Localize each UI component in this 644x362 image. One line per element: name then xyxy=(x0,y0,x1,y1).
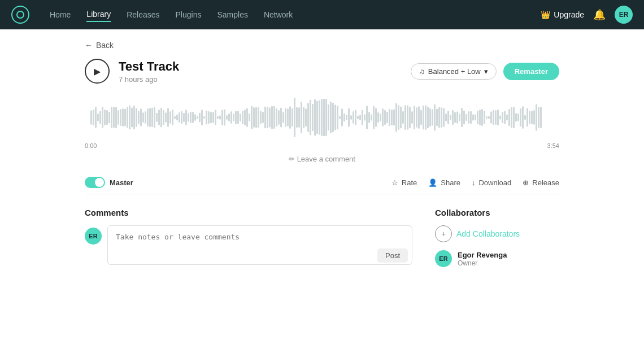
svg-rect-53 xyxy=(210,112,212,123)
collaborator-role: Owner xyxy=(458,259,507,267)
svg-rect-111 xyxy=(341,109,343,127)
svg-rect-41 xyxy=(183,113,185,122)
svg-rect-139 xyxy=(404,105,406,129)
svg-rect-14 xyxy=(122,108,124,127)
svg-rect-146 xyxy=(420,110,422,125)
comment-input-wrap: Post xyxy=(107,225,412,267)
master-toggle-switch[interactable] xyxy=(85,177,105,188)
svg-rect-144 xyxy=(416,107,417,127)
track-title: Test Track xyxy=(119,59,179,74)
svg-rect-91 xyxy=(296,107,298,128)
svg-rect-49 xyxy=(201,110,203,125)
nav-plugins[interactable]: Plugins xyxy=(176,8,202,21)
svg-rect-15 xyxy=(124,109,126,127)
svg-rect-160 xyxy=(452,110,454,125)
logo[interactable] xyxy=(11,6,29,24)
svg-rect-47 xyxy=(197,116,198,119)
svg-rect-85 xyxy=(282,112,284,123)
nav-home[interactable]: Home xyxy=(50,8,71,21)
waveform-times: 0:00 3:54 xyxy=(85,142,559,149)
track-info: ▶ Test Track 7 hours ago xyxy=(85,59,179,84)
svg-rect-167 xyxy=(468,111,469,124)
svg-rect-83 xyxy=(278,110,280,125)
comment-bar[interactable]: ✏ Leave a comment xyxy=(85,151,559,167)
rate-label: Rate xyxy=(402,178,417,187)
comment-input-row: ER Post xyxy=(85,225,412,267)
share-icon: 👤 xyxy=(428,178,437,187)
time-end: 3:54 xyxy=(547,142,559,149)
svg-rect-170 xyxy=(475,115,476,121)
controls-bar: Master ☆ Rate 👤 Share ↓ Download ⊕ Relea… xyxy=(85,171,559,194)
svg-rect-72 xyxy=(253,107,255,128)
svg-rect-195 xyxy=(531,111,533,124)
svg-rect-24 xyxy=(145,111,146,123)
svg-rect-142 xyxy=(411,111,413,124)
svg-rect-109 xyxy=(337,106,338,129)
download-button[interactable]: ↓ Download xyxy=(472,178,511,187)
download-icon: ↓ xyxy=(472,178,476,187)
notification-bell-icon[interactable]: 🔔 xyxy=(593,8,606,21)
toggle-knob xyxy=(95,178,104,187)
quality-selector[interactable]: ♫ Balanced + Low ▾ xyxy=(411,63,497,80)
track-details: Test Track 7 hours ago xyxy=(119,59,179,84)
svg-rect-87 xyxy=(287,108,289,126)
svg-rect-52 xyxy=(208,111,210,124)
svg-rect-122 xyxy=(366,106,368,129)
play-button[interactable]: ▶ xyxy=(85,59,110,84)
svg-rect-61 xyxy=(228,114,230,121)
svg-rect-101 xyxy=(319,101,320,135)
svg-rect-145 xyxy=(418,106,420,129)
svg-rect-75 xyxy=(260,111,262,124)
svg-rect-22 xyxy=(140,108,142,126)
svg-rect-105 xyxy=(328,104,329,131)
svg-rect-191 xyxy=(522,106,524,129)
svg-rect-141 xyxy=(409,107,411,128)
add-collaborator-button[interactable]: + Add Collaborators xyxy=(435,225,559,242)
svg-rect-147 xyxy=(423,106,424,129)
remaster-button[interactable]: Remaster xyxy=(503,63,559,80)
nav-releases[interactable]: Releases xyxy=(127,8,159,21)
svg-rect-51 xyxy=(206,111,207,124)
share-button[interactable]: 👤 Share xyxy=(428,178,460,187)
quality-label: Balanced + Low xyxy=(428,67,481,76)
svg-rect-68 xyxy=(244,110,246,125)
back-button[interactable]: ← Back xyxy=(85,41,559,50)
nav-library[interactable]: Library xyxy=(86,7,111,22)
svg-rect-163 xyxy=(459,114,460,121)
svg-rect-29 xyxy=(156,113,158,122)
svg-rect-127 xyxy=(377,112,379,123)
svg-rect-67 xyxy=(242,111,243,124)
svg-rect-103 xyxy=(323,99,325,137)
svg-rect-31 xyxy=(160,108,162,127)
user-avatar[interactable]: ER xyxy=(615,6,633,24)
svg-rect-133 xyxy=(391,110,393,125)
rate-button[interactable]: ☆ Rate xyxy=(391,178,417,187)
svg-rect-12 xyxy=(118,110,119,125)
waveform-container: 0:00 3:54 ✏ Leave a comment xyxy=(85,95,559,167)
nav-samples[interactable]: Samples xyxy=(217,8,247,21)
main-content: ← Back ▶ Test Track 7 hours ago ♫ Balanc… xyxy=(0,29,644,267)
waveform[interactable] xyxy=(85,95,559,140)
svg-rect-171 xyxy=(477,111,478,124)
svg-rect-60 xyxy=(226,115,228,120)
svg-rect-149 xyxy=(427,107,429,128)
release-button[interactable]: ⊕ Release xyxy=(523,178,559,187)
upgrade-button[interactable]: 👑 Upgrade xyxy=(541,10,584,19)
svg-rect-158 xyxy=(447,111,449,124)
svg-rect-117 xyxy=(355,110,356,125)
nav-network[interactable]: Network xyxy=(264,8,293,21)
svg-rect-97 xyxy=(310,100,311,135)
svg-rect-198 xyxy=(538,107,539,128)
svg-rect-136 xyxy=(398,105,399,129)
post-button[interactable]: Post xyxy=(377,248,408,263)
svg-rect-8 xyxy=(108,112,110,123)
master-toggle: Master xyxy=(85,177,133,188)
comment-input[interactable] xyxy=(107,225,412,265)
svg-rect-181 xyxy=(499,116,501,120)
svg-rect-74 xyxy=(258,107,259,128)
svg-rect-119 xyxy=(359,115,361,120)
svg-rect-194 xyxy=(529,111,530,124)
svg-rect-5 xyxy=(102,107,103,128)
svg-rect-94 xyxy=(303,107,304,128)
svg-rect-84 xyxy=(280,108,282,127)
